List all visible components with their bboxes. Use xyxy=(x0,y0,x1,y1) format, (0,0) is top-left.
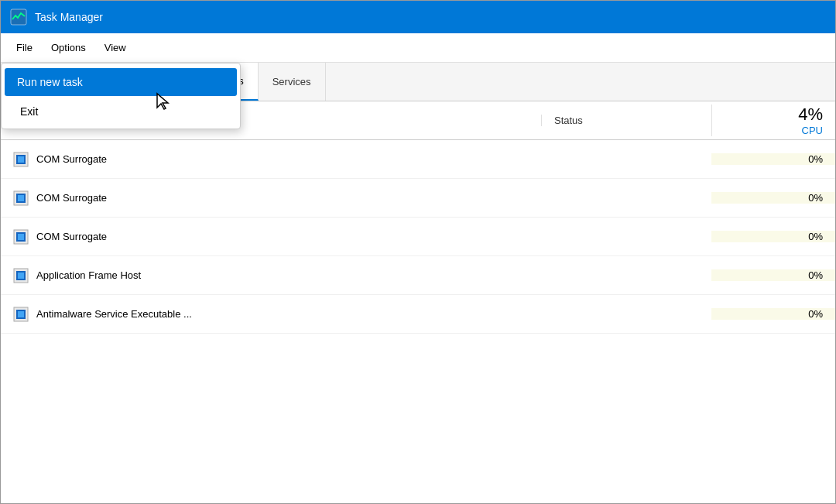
process-icon xyxy=(13,307,29,322)
table-row[interactable]: COM Surrogate 0% xyxy=(1,179,835,218)
row-cpu: 0% xyxy=(711,192,835,204)
dropdown-exit[interactable]: Exit xyxy=(2,98,240,125)
dropdown-run-new-task[interactable]: Run new task xyxy=(5,68,237,96)
table-row[interactable]: COM Surrogate 0% xyxy=(1,218,835,256)
process-icon xyxy=(13,152,29,167)
task-manager-icon xyxy=(10,9,27,26)
row-cpu: 0% xyxy=(711,308,835,320)
menu-file[interactable]: File xyxy=(7,37,42,58)
row-name: Antimalware Service Executable ... xyxy=(1,307,541,322)
row-name: Application Frame Host xyxy=(1,268,541,283)
svg-rect-16 xyxy=(18,311,24,317)
cpu-percent-value: 4% xyxy=(725,105,823,125)
task-manager-window: Task Manager File Options View App histo… xyxy=(0,0,836,504)
row-name: COM Surrogate xyxy=(1,190,541,206)
process-icon xyxy=(13,190,29,206)
col-header-cpu[interactable]: 4% CPU xyxy=(711,105,835,136)
file-dropdown-menu: Run new task Exit xyxy=(1,63,241,129)
cpu-label: CPU xyxy=(725,125,823,136)
window-title: Task Manager xyxy=(35,11,103,23)
row-cpu: 0% xyxy=(711,269,835,281)
menu-bar: File Options View xyxy=(1,33,835,63)
table-row[interactable]: Antimalware Service Executable ... 0% xyxy=(1,295,835,334)
menu-options[interactable]: Options xyxy=(42,37,95,58)
svg-rect-10 xyxy=(18,234,24,240)
col-header-status[interactable]: Status xyxy=(541,115,711,126)
svg-rect-7 xyxy=(18,195,24,201)
title-bar: Task Manager xyxy=(1,1,835,33)
row-cpu: 0% xyxy=(711,231,835,242)
row-name: COM Surrogate xyxy=(1,229,541,245)
process-icon xyxy=(13,268,29,283)
tabs-section: App history Startup Users Details Servic… xyxy=(1,63,835,101)
table-row[interactable]: Application Frame Host 0% xyxy=(1,256,835,295)
process-icon xyxy=(13,229,29,245)
svg-rect-4 xyxy=(18,156,24,163)
row-name: COM Surrogate xyxy=(1,152,541,167)
content-area: Name Status 4% CPU CO xyxy=(1,101,835,503)
svg-rect-13 xyxy=(18,273,24,279)
table-row[interactable]: COM Surrogate 0% xyxy=(1,140,835,179)
row-cpu: 0% xyxy=(711,153,835,165)
table-body: COM Surrogate 0% COM Surrogate xyxy=(1,140,835,503)
menu-view[interactable]: View xyxy=(95,37,135,58)
tab-services[interactable]: Services xyxy=(259,63,326,101)
